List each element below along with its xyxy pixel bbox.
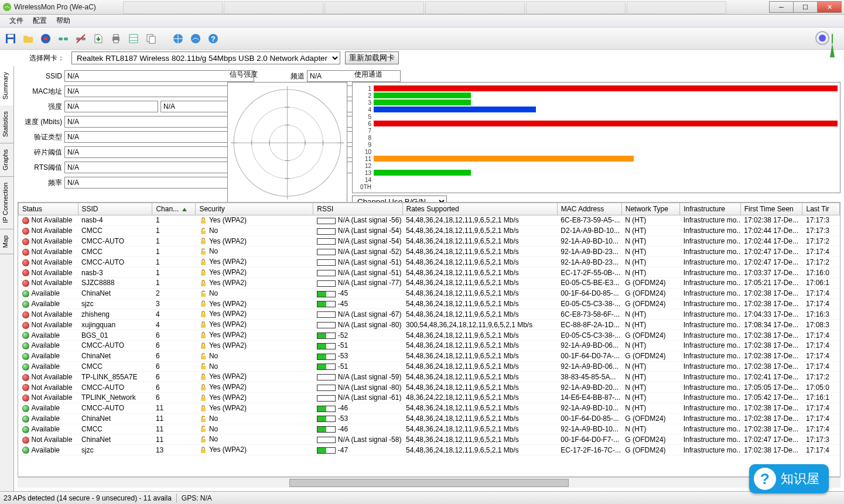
- table-row[interactable]: Not Availablenasb-31Yes (WPA2)N/A (Last …: [19, 268, 840, 278]
- svg-rect-18: [149, 36, 155, 43]
- menu-help[interactable]: 帮助: [52, 15, 75, 27]
- svg-rect-54: [201, 335, 206, 338]
- taskbar-tab[interactable]: [627, 1, 726, 14]
- available-icon: [22, 290, 29, 297]
- table-header[interactable]: Security: [196, 203, 313, 215]
- table-row[interactable]: AvailableCMCC-AUTO6Yes (WPA2)-5154,48,36…: [19, 340, 840, 351]
- table-header[interactable]: SSID: [78, 203, 152, 215]
- table-row[interactable]: Not AvailableTPLINK_Network6Yes (WPA2)N/…: [19, 393, 840, 403]
- table-row[interactable]: AvailableChinaNet2No-4554,48,36,24,18,12…: [19, 288, 840, 299]
- menu-config[interactable]: 配置: [28, 15, 52, 27]
- save-icon[interactable]: [4, 32, 18, 46]
- copy-icon[interactable]: [144, 32, 158, 46]
- auth-field[interactable]: [64, 131, 254, 143]
- table-icon[interactable]: [127, 32, 141, 46]
- table-row[interactable]: Not AvailableCMCC-AUTO1Yes (WPA2)N/A (La…: [19, 236, 840, 246]
- svg-point-5: [44, 37, 47, 40]
- table-header[interactable]: Last Tir: [802, 203, 840, 215]
- globe-icon[interactable]: [171, 32, 185, 46]
- channel-row-label: 10: [355, 149, 374, 155]
- table-row[interactable]: Availablesjzc3Yes (WPA2)-4554,48,36,24,1…: [19, 299, 840, 309]
- tab-graphs[interactable]: Graphs: [0, 143, 13, 177]
- svg-rect-56: [201, 356, 206, 359]
- link-icon[interactable]: [56, 32, 70, 46]
- lock-icon: [199, 279, 207, 287]
- tab-statistics[interactable]: Statistics: [0, 105, 13, 143]
- rssi-bar: [317, 270, 336, 276]
- table-row[interactable]: Not AvailableTP-LINK_855A7E6Yes (WPA2)N/…: [19, 372, 840, 382]
- wifi-icon[interactable]: [189, 32, 203, 46]
- horizontal-scrollbar[interactable]: [18, 477, 840, 488]
- taskbar-tab[interactable]: [224, 1, 323, 14]
- table-header[interactable]: Network Type: [621, 203, 679, 215]
- svg-rect-50: [201, 293, 206, 297]
- folder-icon[interactable]: [21, 32, 35, 46]
- taskbar-tab[interactable]: [425, 1, 525, 14]
- svg-rect-12: [114, 35, 118, 37]
- adapter-select[interactable]: Realtek RTL8187 Wireless 802.11b/g 54Mbp…: [71, 52, 340, 64]
- unlock-icon: [199, 425, 207, 433]
- svg-point-20: [191, 34, 200, 43]
- table-header[interactable]: Status: [19, 203, 78, 215]
- auth-label: 验证类型: [18, 132, 62, 142]
- unlock-icon: [199, 415, 207, 423]
- table-row[interactable]: AvailableChinaNet11No-5354,48,36,24,18,1…: [19, 413, 840, 424]
- table-row[interactable]: Not Availablezhisheng4Yes (WPA2)N/A (Las…: [19, 309, 840, 320]
- unlock-icon: [199, 290, 207, 298]
- table-header[interactable]: First Time Seen: [740, 203, 802, 215]
- maximize-button[interactable]: ☐: [793, 1, 818, 13]
- channel-row-label: 11: [355, 156, 374, 162]
- print-icon[interactable]: [109, 32, 123, 46]
- table-row[interactable]: Not Availablenasb-41Yes (WPA2)N/A (Last …: [19, 215, 840, 226]
- taskbar-tab[interactable]: [526, 1, 626, 14]
- reload-adapter-button[interactable]: 重新加载网卡: [345, 52, 399, 64]
- tab-summary[interactable]: Summary: [0, 66, 13, 105]
- network-table[interactable]: StatusSSIDChan...SecurityRSSIRates Suppo…: [18, 202, 840, 477]
- table-row[interactable]: AvailableChinaNet6No-5354,48,36,24,18,12…: [19, 351, 840, 361]
- channel-row-label: 13: [355, 170, 374, 176]
- table-row[interactable]: Not AvailableCMCC1NoN/A (Last signal -52…: [19, 246, 840, 257]
- unavailable-icon: [22, 374, 29, 381]
- speed-field[interactable]: [64, 116, 254, 128]
- table-header[interactable]: Rates Supported: [402, 203, 557, 215]
- table-row[interactable]: AvailableBGS_016Yes (WPA2)-5254,48,36,24…: [19, 330, 840, 341]
- table-row[interactable]: Not AvailableChinaNet11NoN/A (Last signa…: [19, 434, 840, 445]
- import-icon[interactable]: [91, 32, 105, 46]
- mac-field[interactable]: [64, 85, 254, 97]
- available-icon: [22, 332, 29, 339]
- taskbar-tab[interactable]: [324, 1, 424, 14]
- table-header[interactable]: Infrastructure: [680, 203, 741, 215]
- ssid-field[interactable]: [64, 70, 254, 82]
- strength1-field[interactable]: [64, 101, 158, 112]
- rssi-bar: [317, 259, 336, 266]
- rts-field[interactable]: [64, 162, 254, 173]
- frag-field[interactable]: [64, 146, 254, 158]
- table-row[interactable]: AvailableCMCC11No-4654,48,36,24,18,12,11…: [19, 424, 840, 434]
- tab-ip-connection[interactable]: IP Connection: [0, 177, 13, 229]
- table-row[interactable]: AvailableCMCC-AUTO11Yes (WPA2)-4654,48,3…: [19, 403, 840, 413]
- table-header[interactable]: MAC Address: [557, 203, 621, 215]
- freq-field[interactable]: [64, 177, 254, 188]
- table-header[interactable]: Chan...: [152, 203, 196, 215]
- help-icon[interactable]: ?: [206, 32, 220, 46]
- channel-row-label: 9: [355, 142, 374, 148]
- rssi-bar: [317, 291, 336, 297]
- titlebar: WirelessMon Pro (We-aC) ─ ☐ ✕: [0, 0, 844, 15]
- table-row[interactable]: Not AvailableCMCC-AUTO6Yes (WPA2)N/A (La…: [19, 382, 840, 393]
- channel-chart: 12345678910111213140TH: [352, 82, 840, 193]
- table-row[interactable]: Not AvailableCMCC1NoN/A (Last signal -54…: [19, 225, 840, 236]
- record-icon[interactable]: [39, 32, 53, 46]
- menu-file[interactable]: 文件: [5, 15, 28, 27]
- table-row[interactable]: Not AvailableSJZC88881Yes (WPA2)N/A (Las…: [19, 277, 840, 288]
- minimize-button[interactable]: ─: [769, 1, 794, 13]
- table-header[interactable]: RSSI: [313, 203, 402, 215]
- table-row[interactable]: Not Availablexujingquan4Yes (WPA2)N/A (L…: [19, 320, 840, 330]
- table-row[interactable]: AvailableCMCC6No-5154,48,36,24,18,12,11,…: [19, 361, 840, 372]
- close-button[interactable]: ✕: [817, 1, 842, 13]
- table-row[interactable]: Not AvailableCMCC-AUTO1Yes (WPA2)N/A (La…: [19, 257, 840, 268]
- disconnect-icon[interactable]: [74, 32, 88, 46]
- taskbar-tab[interactable]: [123, 1, 223, 14]
- table-row[interactable]: Availablesjzc13Yes (WPA2)-4754,48,36,24,…: [19, 445, 840, 455]
- tab-map[interactable]: Map: [0, 229, 13, 254]
- available-icon: [22, 426, 29, 433]
